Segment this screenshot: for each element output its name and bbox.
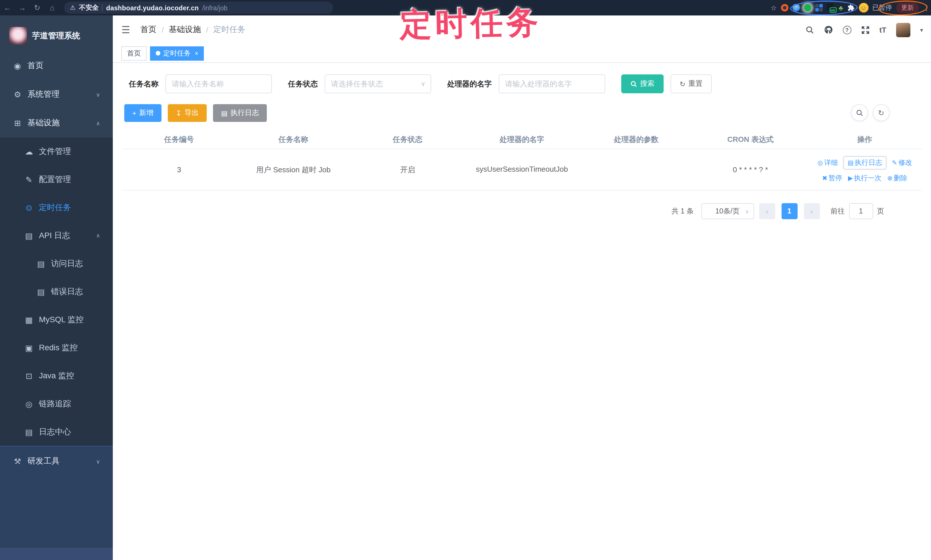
sidebar-item-access-log[interactable]: ▤ 访问日志 <box>0 249 113 278</box>
document-icon: ▤ <box>221 109 228 117</box>
sidebar-item-mysql-monitor[interactable]: ▦ MySQL 监控 <box>0 306 113 334</box>
github-icon[interactable] <box>824 25 833 34</box>
extension-green-icon[interactable] <box>804 4 811 11</box>
page-size-select[interactable]: 10条/页 ∨ <box>701 203 754 219</box>
sidebar-item-error-log[interactable]: ▤ 错误日志 <box>0 278 113 306</box>
cell-job-id: 3 <box>122 165 236 174</box>
page-1-button[interactable]: 1 <box>781 203 797 219</box>
show-search-button[interactable] <box>851 104 868 122</box>
goto-page-input[interactable] <box>849 203 873 219</box>
user-avatar[interactable] <box>896 23 910 37</box>
job-name-input[interactable] <box>172 80 266 88</box>
browser-update-button[interactable]: 更新 <box>896 2 919 13</box>
table-toolbar: + 新增 ↧ 导出 ▤ 执行日志 <box>124 104 922 122</box>
browser-profile-avatar[interactable]: ☺ <box>859 3 868 12</box>
extension-orange-icon[interactable] <box>781 4 788 11</box>
prev-page-button[interactable]: ‹ <box>759 203 775 219</box>
chevron-down-icon: ∨ <box>96 91 100 98</box>
job-name-field[interactable] <box>165 74 272 93</box>
edit-link[interactable]: ✎修改 <box>892 158 912 168</box>
sidebar-item-label: API 日志 <box>39 230 70 241</box>
logo-avatar <box>9 27 27 45</box>
sidebar-logo[interactable]: 芋道管理系统 <box>0 15 113 51</box>
close-icon[interactable]: × <box>195 50 199 57</box>
next-page-button[interactable]: › <box>804 203 820 219</box>
app-title: 芋道管理系统 <box>32 31 80 41</box>
refresh-button[interactable]: ↻ <box>872 104 890 122</box>
sidebar-item-label: 日志中心 <box>39 427 71 437</box>
col-job-name: 任务名称 <box>236 134 350 145</box>
toolbox-icon: ⚒ <box>12 457 22 466</box>
caret-down-icon[interactable]: ▾ <box>920 27 923 33</box>
sidebar-item-config-manage[interactable]: ✎ 配置管理 <box>0 165 113 194</box>
search-icon[interactable] <box>805 25 814 34</box>
browser-back-icon[interactable]: ← <box>0 3 15 12</box>
breadcrumb-home[interactable]: 首页 <box>140 25 157 35</box>
exec-log-button[interactable]: ▤ 执行日志 <box>213 104 267 122</box>
gear-icon: ⚙ <box>12 90 22 99</box>
tab-home[interactable]: 首页 <box>122 46 146 60</box>
extension-onlist-icon[interactable]: on <box>826 4 834 11</box>
reset-button[interactable]: ↻ 重置 <box>671 74 712 93</box>
x-icon: ✖ <box>822 175 827 182</box>
sidebar-item-scheduled-jobs[interactable]: ⊙ 定时任务 <box>0 194 113 222</box>
search-button[interactable]: 搜索 <box>621 74 664 93</box>
sidebar-item-label: 研发工具 <box>28 456 60 466</box>
extension-blue-icon[interactable] <box>792 4 800 11</box>
extensions-puzzle-icon[interactable] <box>847 4 855 11</box>
browser-forward-icon[interactable]: → <box>15 3 30 12</box>
sidebar-item-system[interactable]: ⚙ 系统管理 ∨ <box>0 80 113 109</box>
extension-grid-icon[interactable] <box>815 4 823 11</box>
delete-link[interactable]: ⊗删除 <box>887 174 907 183</box>
pagination: 共 1 条 10条/页 ∨ ‹ 1 › 前往 页 <box>122 203 884 219</box>
url-path: /infra/job <box>202 4 227 11</box>
export-button[interactable]: ↧ 导出 <box>168 104 207 122</box>
exec-log-link[interactable]: ▤执行日志 <box>843 156 886 169</box>
sidebar-item-label: 系统管理 <box>28 89 60 100</box>
dashboard-icon: ◉ <box>12 61 22 71</box>
address-bar[interactable]: ⚠ 不安全 dashboard.yudao.iocoder.cn/infra/j… <box>64 2 333 14</box>
detail-link[interactable]: ◎详细 <box>817 158 838 168</box>
col-handler-params: 处理器的参数 <box>579 134 694 145</box>
sidebar-bottom-section: ⚒ 研发工具 ∨ <box>0 446 113 560</box>
font-size-icon[interactable]: tT <box>879 25 886 34</box>
sidebar-item-label: Redis 监控 <box>39 343 78 353</box>
sidebar-item-file-manage[interactable]: ☁ 文件管理 <box>0 137 113 165</box>
tab-scheduled-jobs[interactable]: 定时任务 × <box>150 46 204 60</box>
breadcrumb-infra[interactable]: 基础设施 <box>169 25 201 35</box>
col-cron: CRON 表达式 <box>694 134 808 145</box>
hamburger-icon[interactable]: ☰ <box>122 24 130 36</box>
security-label[interactable]: 不安全 <box>79 3 99 12</box>
sidebar-item-dev-tools[interactable]: ⚒ 研发工具 ∨ <box>0 446 113 476</box>
bookmark-star-icon[interactable]: ☆ <box>771 4 777 12</box>
chevron-up-icon: ∧ <box>96 232 100 238</box>
table-icon: ▦ <box>24 315 34 324</box>
fullscreen-icon[interactable] <box>861 25 869 34</box>
browser-home-icon[interactable]: ⌂ <box>45 3 60 12</box>
sidebar-item-infra[interactable]: ⊞ 基础设施 ∧ <box>0 109 113 137</box>
log-icon: ▤ <box>36 259 46 268</box>
sidebar-item-redis-monitor[interactable]: ▣ Redis 监控 <box>0 334 113 362</box>
sidebar-item-java-monitor[interactable]: ⊡ Java 监控 <box>0 362 113 390</box>
sidebar-item-trace[interactable]: ◎ 链路追踪 <box>0 390 113 418</box>
page-content: 任务名称 任务状态 ∨ 处理器的名字 搜索 <box>113 63 931 560</box>
extension-plant-icon[interactable]: ♣ <box>839 4 843 12</box>
sidebar-item-home[interactable]: ◉ 首页 <box>0 51 113 80</box>
cloud-icon: ☁ <box>24 147 34 156</box>
handler-name-input[interactable] <box>505 80 599 88</box>
log-icon: ▤ <box>36 287 46 296</box>
help-icon[interactable]: ? <box>843 25 851 34</box>
sidebar-item-log-center[interactable]: ▤ 日志中心 <box>0 418 113 446</box>
handler-name-field[interactable] <box>499 74 605 93</box>
chevron-down-icon: ∨ <box>421 80 425 88</box>
pause-link[interactable]: ✖暂停 <box>822 174 842 183</box>
sidebar-item-api-log[interactable]: ▤ API 日志 ∧ <box>0 222 113 249</box>
browser-menu-icon[interactable]: ⋮ <box>923 3 929 12</box>
add-button[interactable]: + 新增 <box>124 104 162 122</box>
job-status-input[interactable] <box>331 80 425 88</box>
job-status-select[interactable]: ∨ <box>325 74 431 93</box>
browser-reload-icon[interactable]: ↻ <box>30 3 45 12</box>
run-once-link[interactable]: ▶执行一次 <box>848 174 882 183</box>
annotation-title: 定时任务 <box>399 1 542 47</box>
warning-icon: ⚠ <box>70 4 76 11</box>
